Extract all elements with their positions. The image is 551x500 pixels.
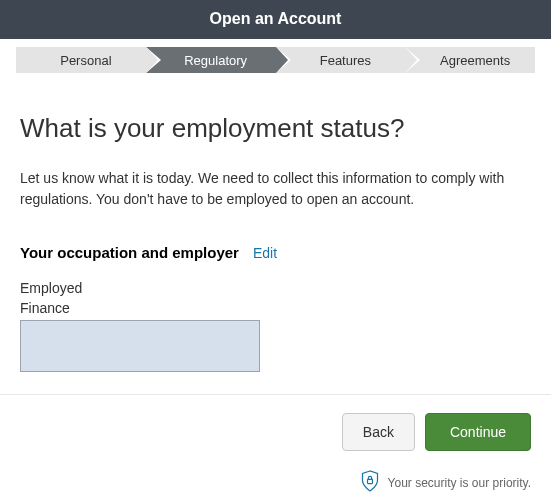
page-title: What is your employment status? — [20, 113, 531, 144]
continue-button[interactable]: Continue — [425, 413, 531, 451]
svg-rect-0 — [367, 480, 372, 484]
step-regulatory[interactable]: Regulatory — [146, 47, 276, 73]
step-label: Personal — [60, 53, 111, 68]
page-description: Let us know what it is today. We need to… — [20, 168, 531, 210]
step-features[interactable]: Features — [276, 47, 406, 73]
security-notice: Your security is our priority. — [20, 469, 531, 496]
progress-steps: Personal Regulatory Features Agreements — [0, 39, 551, 73]
occupation-heading: Your occupation and employer — [20, 244, 239, 261]
edit-link[interactable]: Edit — [253, 245, 277, 261]
footer: Back Continue Your security is our prior… — [0, 395, 551, 496]
button-row: Back Continue — [20, 413, 531, 451]
security-text: Your security is our priority. — [388, 476, 531, 490]
step-label: Regulatory — [184, 53, 247, 68]
back-button-label: Back — [363, 424, 394, 440]
employer-input[interactable] — [20, 320, 260, 372]
step-label: Agreements — [440, 53, 510, 68]
app-title: Open an Account — [210, 10, 342, 27]
lock-shield-icon — [360, 469, 380, 496]
continue-button-label: Continue — [450, 424, 506, 440]
occupation-header-row: Your occupation and employer Edit — [20, 244, 531, 261]
step-personal[interactable]: Personal — [16, 47, 146, 73]
employment-status-value: Employed — [20, 279, 531, 299]
main-content: What is your employment status? Let us k… — [0, 73, 551, 372]
industry-value: Finance — [20, 299, 531, 319]
back-button[interactable]: Back — [342, 413, 415, 451]
step-agreements[interactable]: Agreements — [405, 47, 535, 73]
step-label: Features — [320, 53, 371, 68]
app-header: Open an Account — [0, 0, 551, 39]
